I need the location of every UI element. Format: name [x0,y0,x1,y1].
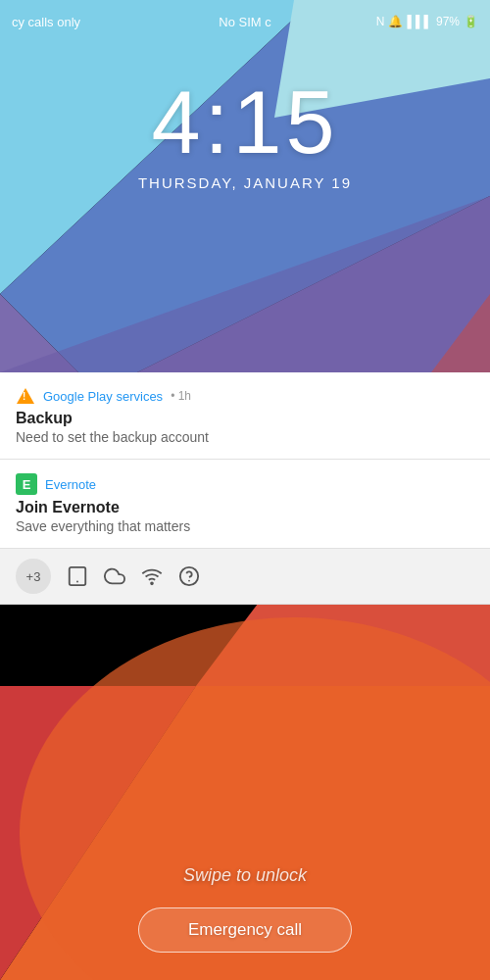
svg-rect-10 [70,567,86,585]
notif-body-google-play: Need to set the backup account [16,429,474,445]
cloud-icon[interactable] [104,565,125,587]
status-bar: cy calls only No SIM c N 🔔 ▌▌▌ 97% 🔋 [0,0,490,43]
quick-settings-row: +3 [0,549,490,605]
notifications-panel: Google Play services • 1h Backup Need to… [0,372,490,605]
status-center-text: No SIM c [219,15,270,29]
clock-date: THURSDAY, JANUARY 19 [138,174,352,191]
more-notifications-badge[interactable]: +3 [16,559,51,594]
clock-area: 4:15 THURSDAY, JANUARY 19 [0,78,490,191]
notif-time-google-play: • 1h [171,389,191,403]
battery-text: 97% [436,15,460,28]
status-left-text: cy calls only [12,15,80,29]
wifi-icon[interactable] [141,565,163,587]
notif-header-evernote: E Evernote [16,473,474,495]
notification-google-play[interactable]: Google Play services • 1h Backup Need to… [0,372,490,460]
notif-title-evernote: Join Evernote [16,499,474,516]
clock-time: 4:15 [151,78,338,167]
swipe-to-unlock-label: Swipe to unlock [183,865,307,886]
notif-body-evernote: Save everything that matters [16,518,474,534]
svg-point-12 [151,582,153,584]
notif-title-google-play: Backup [16,410,474,427]
notification-icon: 🔔 [388,15,403,28]
google-play-warning-icon [16,386,35,406]
emergency-call-button[interactable]: Emergency call [138,907,352,953]
evernote-icon: E [16,473,37,495]
notification-evernote[interactable]: E Evernote Join Evernote Save everything… [0,460,490,549]
bottom-area: Swipe to unlock Emergency call [0,666,490,980]
notif-app-name-evernote: Evernote [45,477,96,492]
signal-icon: ▌▌▌ [407,15,432,28]
question-icon[interactable] [178,565,200,587]
notif-app-name-google-play: Google Play services [43,389,163,404]
nfc-icon: N [376,15,385,28]
battery-icon: 🔋 [464,15,478,28]
status-icons: N 🔔 ▌▌▌ 97% 🔋 [376,15,478,28]
notif-header-google-play: Google Play services • 1h [16,386,474,406]
tablet-icon[interactable] [67,565,88,587]
